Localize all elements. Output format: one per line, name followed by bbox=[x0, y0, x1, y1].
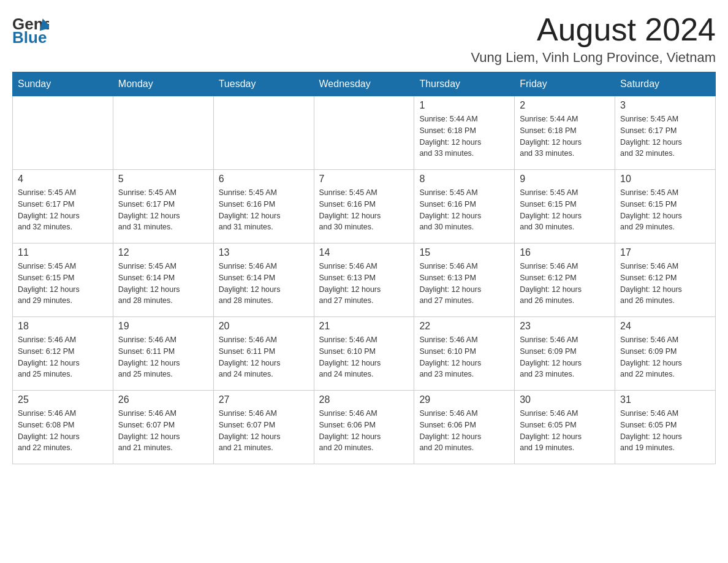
table-row: 28Sunrise: 5:46 AM Sunset: 6:06 PM Dayli… bbox=[314, 391, 414, 464]
day-number: 11 bbox=[18, 247, 108, 258]
day-number: 1 bbox=[419, 100, 509, 111]
table-row: 31Sunrise: 5:46 AM Sunset: 6:05 PM Dayli… bbox=[615, 391, 716, 464]
table-row: 4Sunrise: 5:45 AM Sunset: 6:17 PM Daylig… bbox=[13, 170, 113, 243]
day-info: Sunrise: 5:45 AM Sunset: 6:14 PM Dayligh… bbox=[118, 261, 208, 307]
table-row bbox=[314, 96, 414, 170]
day-number: 23 bbox=[520, 321, 610, 332]
calendar-week-row: 18Sunrise: 5:46 AM Sunset: 6:12 PM Dayli… bbox=[13, 317, 716, 391]
day-number: 2 bbox=[520, 100, 610, 111]
calendar-week-row: 4Sunrise: 5:45 AM Sunset: 6:17 PM Daylig… bbox=[13, 170, 716, 243]
day-info: Sunrise: 5:46 AM Sunset: 6:11 PM Dayligh… bbox=[219, 334, 309, 380]
table-row: 9Sunrise: 5:45 AM Sunset: 6:15 PM Daylig… bbox=[515, 170, 615, 243]
day-info: Sunrise: 5:46 AM Sunset: 6:10 PM Dayligh… bbox=[419, 334, 509, 380]
day-number: 10 bbox=[620, 174, 710, 185]
logo: General Blue bbox=[12, 12, 49, 46]
table-row: 30Sunrise: 5:46 AM Sunset: 6:05 PM Dayli… bbox=[515, 391, 615, 464]
col-friday: Friday bbox=[515, 72, 615, 96]
day-info: Sunrise: 5:46 AM Sunset: 6:14 PM Dayligh… bbox=[219, 261, 309, 307]
day-number: 15 bbox=[419, 247, 509, 258]
day-number: 22 bbox=[419, 321, 509, 332]
table-row: 21Sunrise: 5:46 AM Sunset: 6:10 PM Dayli… bbox=[314, 317, 414, 391]
day-info: Sunrise: 5:46 AM Sunset: 6:05 PM Dayligh… bbox=[620, 408, 710, 454]
day-info: Sunrise: 5:46 AM Sunset: 6:06 PM Dayligh… bbox=[419, 408, 509, 454]
logo-icon: General Blue bbox=[12, 12, 49, 46]
table-row: 16Sunrise: 5:46 AM Sunset: 6:12 PM Dayli… bbox=[515, 243, 615, 317]
table-row: 17Sunrise: 5:46 AM Sunset: 6:12 PM Dayli… bbox=[615, 243, 716, 317]
table-row: 18Sunrise: 5:46 AM Sunset: 6:12 PM Dayli… bbox=[13, 317, 113, 391]
svg-text:Blue: Blue bbox=[12, 28, 47, 46]
day-info: Sunrise: 5:44 AM Sunset: 6:18 PM Dayligh… bbox=[419, 113, 509, 159]
table-row bbox=[13, 96, 113, 170]
table-row: 25Sunrise: 5:46 AM Sunset: 6:08 PM Dayli… bbox=[13, 391, 113, 464]
table-row: 22Sunrise: 5:46 AM Sunset: 6:10 PM Dayli… bbox=[414, 317, 515, 391]
day-number: 21 bbox=[319, 321, 409, 332]
day-number: 6 bbox=[219, 174, 309, 185]
day-info: Sunrise: 5:46 AM Sunset: 6:09 PM Dayligh… bbox=[520, 334, 610, 380]
table-row: 27Sunrise: 5:46 AM Sunset: 6:07 PM Dayli… bbox=[213, 391, 314, 464]
calendar-week-row: 25Sunrise: 5:46 AM Sunset: 6:08 PM Dayli… bbox=[13, 391, 716, 464]
day-number: 8 bbox=[419, 174, 509, 185]
day-number: 18 bbox=[18, 321, 108, 332]
day-info: Sunrise: 5:46 AM Sunset: 6:13 PM Dayligh… bbox=[319, 261, 409, 307]
day-number: 4 bbox=[18, 174, 108, 185]
table-row: 26Sunrise: 5:46 AM Sunset: 6:07 PM Dayli… bbox=[113, 391, 213, 464]
col-monday: Monday bbox=[113, 72, 213, 96]
table-row bbox=[113, 96, 213, 170]
table-row: 1Sunrise: 5:44 AM Sunset: 6:18 PM Daylig… bbox=[414, 96, 515, 170]
table-row: 12Sunrise: 5:45 AM Sunset: 6:14 PM Dayli… bbox=[113, 243, 213, 317]
col-saturday: Saturday bbox=[615, 72, 716, 96]
day-number: 27 bbox=[219, 394, 309, 405]
table-row: 10Sunrise: 5:45 AM Sunset: 6:15 PM Dayli… bbox=[615, 170, 716, 243]
day-info: Sunrise: 5:46 AM Sunset: 6:06 PM Dayligh… bbox=[319, 408, 409, 454]
day-number: 13 bbox=[219, 247, 309, 258]
calendar: Sunday Monday Tuesday Wednesday Thursday… bbox=[12, 72, 716, 464]
table-row: 20Sunrise: 5:46 AM Sunset: 6:11 PM Dayli… bbox=[213, 317, 314, 391]
day-info: Sunrise: 5:46 AM Sunset: 6:10 PM Dayligh… bbox=[319, 334, 409, 380]
table-row: 29Sunrise: 5:46 AM Sunset: 6:06 PM Dayli… bbox=[414, 391, 515, 464]
table-row: 6Sunrise: 5:45 AM Sunset: 6:16 PM Daylig… bbox=[213, 170, 314, 243]
day-info: Sunrise: 5:45 AM Sunset: 6:15 PM Dayligh… bbox=[620, 187, 710, 233]
day-info: Sunrise: 5:45 AM Sunset: 6:15 PM Dayligh… bbox=[520, 187, 610, 233]
calendar-week-row: 1Sunrise: 5:44 AM Sunset: 6:18 PM Daylig… bbox=[13, 96, 716, 170]
col-wednesday: Wednesday bbox=[314, 72, 414, 96]
table-row: 14Sunrise: 5:46 AM Sunset: 6:13 PM Dayli… bbox=[314, 243, 414, 317]
month-title: August 2024 bbox=[471, 12, 716, 47]
table-row bbox=[213, 96, 314, 170]
day-number: 19 bbox=[118, 321, 208, 332]
day-info: Sunrise: 5:45 AM Sunset: 6:16 PM Dayligh… bbox=[419, 187, 509, 233]
col-sunday: Sunday bbox=[13, 72, 113, 96]
table-row: 24Sunrise: 5:46 AM Sunset: 6:09 PM Dayli… bbox=[615, 317, 716, 391]
col-tuesday: Tuesday bbox=[213, 72, 314, 96]
day-number: 12 bbox=[118, 247, 208, 258]
table-row: 2Sunrise: 5:44 AM Sunset: 6:18 PM Daylig… bbox=[515, 96, 615, 170]
table-row: 11Sunrise: 5:45 AM Sunset: 6:15 PM Dayli… bbox=[13, 243, 113, 317]
location: Vung Liem, Vinh Long Province, Vietnam bbox=[471, 50, 716, 66]
table-row: 5Sunrise: 5:45 AM Sunset: 6:17 PM Daylig… bbox=[113, 170, 213, 243]
day-number: 7 bbox=[319, 174, 409, 185]
day-info: Sunrise: 5:44 AM Sunset: 6:18 PM Dayligh… bbox=[520, 113, 610, 159]
day-info: Sunrise: 5:46 AM Sunset: 6:12 PM Dayligh… bbox=[620, 261, 710, 307]
calendar-header-row: Sunday Monday Tuesday Wednesday Thursday… bbox=[13, 72, 716, 96]
day-info: Sunrise: 5:46 AM Sunset: 6:12 PM Dayligh… bbox=[18, 334, 108, 380]
table-row: 13Sunrise: 5:46 AM Sunset: 6:14 PM Dayli… bbox=[213, 243, 314, 317]
day-info: Sunrise: 5:45 AM Sunset: 6:16 PM Dayligh… bbox=[319, 187, 409, 233]
day-number: 24 bbox=[620, 321, 710, 332]
day-number: 3 bbox=[620, 100, 710, 111]
table-row: 3Sunrise: 5:45 AM Sunset: 6:17 PM Daylig… bbox=[615, 96, 716, 170]
day-number: 20 bbox=[219, 321, 309, 332]
day-number: 26 bbox=[118, 394, 208, 405]
day-number: 9 bbox=[520, 174, 610, 185]
table-row: 19Sunrise: 5:46 AM Sunset: 6:11 PM Dayli… bbox=[113, 317, 213, 391]
title-section: August 2024 Vung Liem, Vinh Long Provinc… bbox=[471, 12, 716, 66]
day-info: Sunrise: 5:46 AM Sunset: 6:05 PM Dayligh… bbox=[520, 408, 610, 454]
day-info: Sunrise: 5:45 AM Sunset: 6:17 PM Dayligh… bbox=[18, 187, 108, 233]
day-info: Sunrise: 5:46 AM Sunset: 6:13 PM Dayligh… bbox=[419, 261, 509, 307]
day-info: Sunrise: 5:46 AM Sunset: 6:09 PM Dayligh… bbox=[620, 334, 710, 380]
day-info: Sunrise: 5:46 AM Sunset: 6:07 PM Dayligh… bbox=[219, 408, 309, 454]
day-number: 14 bbox=[319, 247, 409, 258]
day-number: 28 bbox=[319, 394, 409, 405]
calendar-week-row: 11Sunrise: 5:45 AM Sunset: 6:15 PM Dayli… bbox=[13, 243, 716, 317]
day-number: 17 bbox=[620, 247, 710, 258]
table-row: 8Sunrise: 5:45 AM Sunset: 6:16 PM Daylig… bbox=[414, 170, 515, 243]
day-info: Sunrise: 5:46 AM Sunset: 6:07 PM Dayligh… bbox=[118, 408, 208, 454]
